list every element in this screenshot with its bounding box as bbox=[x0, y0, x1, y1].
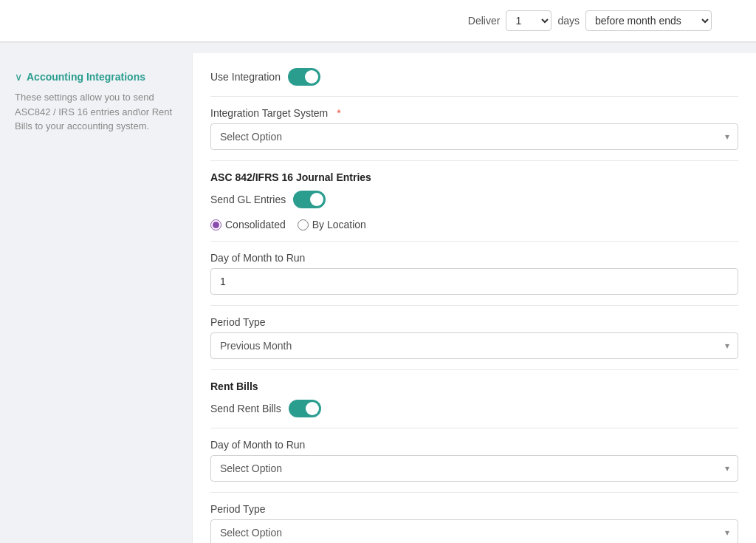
asc-title: ASC 842/IFRS 16 Journal Entries bbox=[210, 171, 738, 183]
use-integration-label: Use Integration bbox=[210, 71, 281, 83]
deliver-days-text: days bbox=[557, 15, 580, 27]
asc-period-select[interactable]: Previous Month Current Month bbox=[210, 332, 738, 359]
rent-day-wrapper: Select Option bbox=[210, 455, 738, 482]
send-rent-toggle[interactable] bbox=[289, 400, 321, 417]
integration-target-field: Integration Target System * Select Optio… bbox=[210, 107, 738, 150]
asc-period-type-field: Period Type Previous Month Current Month bbox=[210, 316, 738, 359]
send-rent-label: Send Rent Bills bbox=[210, 403, 281, 414]
divider-1 bbox=[210, 96, 738, 97]
divider-3 bbox=[210, 241, 738, 242]
rent-period-wrapper: Select Option bbox=[210, 519, 738, 543]
consolidated-label: Consolidated bbox=[225, 219, 286, 230]
toggle-slider-use-integration bbox=[288, 68, 320, 86]
asc-period-wrapper: Previous Month Current Month bbox=[210, 332, 738, 359]
rent-period-label: Period Type bbox=[210, 503, 738, 515]
deliver-timing-select[interactable]: before month ends after month starts aft… bbox=[585, 10, 712, 31]
section-title: Accounting Integrations bbox=[27, 71, 145, 83]
consolidated-radio-item[interactable]: Consolidated bbox=[210, 219, 286, 230]
toggle-knob-use-integration bbox=[305, 70, 318, 83]
rent-day-field: Day of Month to Run Select Option bbox=[210, 439, 738, 482]
section-header: ∨ Accounting Integrations bbox=[15, 71, 177, 83]
send-gl-row: Send GL Entries bbox=[210, 191, 738, 208]
section-description: These settings allow you to send ASC842 … bbox=[15, 90, 177, 134]
by-location-radio[interactable] bbox=[298, 219, 309, 230]
rent-period-field: Period Type Select Option bbox=[210, 503, 738, 543]
use-integration-row: Use Integration bbox=[210, 68, 738, 86]
integration-target-label: Integration Target System bbox=[210, 107, 328, 119]
sidebar: ∨ Accounting Integrations These settings… bbox=[0, 53, 192, 543]
divider-4 bbox=[210, 305, 738, 306]
asc-period-type-label: Period Type bbox=[210, 316, 738, 328]
integration-target-wrapper: Select Option bbox=[210, 123, 738, 150]
integration-target-select[interactable]: Select Option bbox=[210, 123, 738, 150]
deliver-bar: Deliver 1 days before month ends after m… bbox=[0, 0, 756, 42]
toggle-slider-send-rent bbox=[289, 400, 321, 417]
top-divider bbox=[0, 42, 756, 43]
divider-2 bbox=[210, 160, 738, 161]
right-panel: Use Integration Integration Target Syste… bbox=[192, 53, 756, 543]
asc-day-input[interactable] bbox=[210, 268, 738, 295]
by-location-label: By Location bbox=[312, 219, 366, 230]
divider-6 bbox=[210, 428, 738, 428]
gl-radio-group: Consolidated By Location bbox=[210, 219, 738, 230]
rent-day-select[interactable]: Select Option bbox=[210, 455, 738, 482]
asc-day-of-month-label: Day of Month to Run bbox=[210, 252, 738, 264]
asc-section: ASC 842/IFRS 16 Journal Entries Send GL … bbox=[210, 171, 738, 359]
use-integration-toggle[interactable] bbox=[288, 68, 320, 86]
rent-bills-section: Rent Bills Send Rent Bills Day of Month … bbox=[210, 380, 738, 543]
divider-5 bbox=[210, 369, 738, 370]
toggle-knob-send-gl bbox=[310, 193, 323, 206]
rent-period-select[interactable]: Select Option bbox=[210, 519, 738, 543]
toggle-knob-send-rent bbox=[306, 402, 319, 415]
rent-bills-title: Rent Bills bbox=[210, 380, 738, 392]
toggle-slider-send-gl bbox=[293, 191, 326, 208]
send-gl-label: Send GL Entries bbox=[210, 194, 286, 205]
required-marker: * bbox=[337, 107, 340, 119]
deliver-label: Deliver bbox=[468, 15, 501, 27]
deliver-days-select[interactable]: 1 bbox=[506, 10, 551, 31]
main-content: ∨ Accounting Integrations These settings… bbox=[0, 53, 756, 543]
page-container: Deliver 1 days before month ends after m… bbox=[0, 0, 756, 543]
rent-day-label: Day of Month to Run bbox=[210, 439, 738, 451]
send-gl-toggle[interactable] bbox=[293, 191, 326, 208]
asc-day-input-wrapper bbox=[210, 268, 738, 295]
send-rent-row: Send Rent Bills bbox=[210, 400, 738, 417]
chevron-down-icon: ∨ bbox=[15, 71, 22, 83]
consolidated-radio[interactable] bbox=[210, 219, 221, 230]
divider-7 bbox=[210, 492, 738, 493]
by-location-radio-item[interactable]: By Location bbox=[298, 219, 366, 230]
asc-day-of-month-field: Day of Month to Run bbox=[210, 252, 738, 295]
